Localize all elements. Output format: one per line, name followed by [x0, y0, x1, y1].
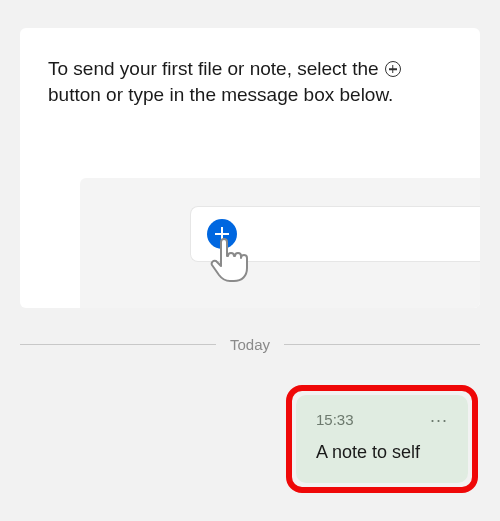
note-header: 15:33 ···: [316, 411, 448, 428]
pointer-hand-icon: [208, 236, 248, 284]
divider-line-left: [20, 344, 216, 345]
intro-text: To send your first file or note, select …: [48, 56, 452, 108]
note-body-text: A note to self: [316, 442, 448, 463]
more-icon[interactable]: ···: [430, 415, 448, 425]
plus-circle-inline-icon: [385, 61, 401, 77]
intro-text-after: button or type in the message box below.: [48, 84, 393, 105]
divider-line-right: [284, 344, 480, 345]
intro-card: To send your first file or note, select …: [20, 28, 480, 308]
note-message-bubble[interactable]: 15:33 ··· A note to self: [296, 395, 468, 483]
divider-label: Today: [230, 336, 270, 353]
tutorial-highlight-box: 15:33 ··· A note to self: [286, 385, 478, 493]
note-timestamp: 15:33: [316, 411, 354, 428]
note-highlight-wrapper: 15:33 ··· A note to self: [286, 385, 478, 493]
date-divider: Today: [20, 336, 480, 353]
intro-text-before: To send your first file or note, select …: [48, 58, 384, 79]
illustration-area: [80, 178, 480, 308]
